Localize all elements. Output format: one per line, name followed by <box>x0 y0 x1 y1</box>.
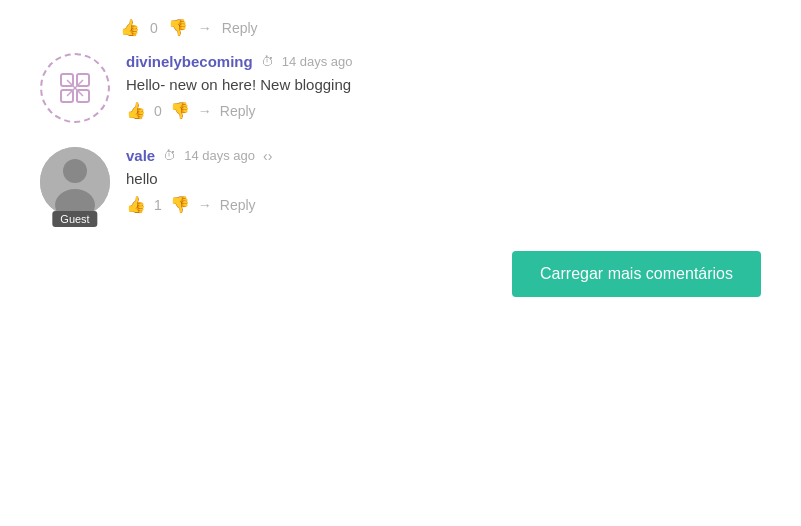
comment-text-1: Hello- new on here! New blogging <box>126 76 761 93</box>
avatar-pattern-icon <box>57 70 93 106</box>
person-silhouette-icon <box>40 147 110 217</box>
top-reply-button[interactable]: Reply <box>222 20 258 36</box>
reply-button-1[interactable]: Reply <box>220 103 256 119</box>
clock-icon-2: ⏱ <box>163 148 176 163</box>
comment-actions-1: 👍 0 👎 → Reply <box>126 101 761 120</box>
comment-meta-2: vale ⏱ 14 days ago ‹› <box>126 147 761 164</box>
time-ago-1: 14 days ago <box>282 54 353 69</box>
like-count-2: 1 <box>154 197 162 213</box>
reply-label-1: Reply <box>220 103 256 119</box>
top-reply-arrow-icon: → <box>198 20 212 36</box>
clock-icon-1: ⏱ <box>261 54 274 69</box>
comment-block-1: divinelybecoming ⏱ 14 days ago Hello- ne… <box>20 53 781 123</box>
load-more-container: Carregar mais comentários <box>20 241 781 307</box>
guest-badge: Guest <box>52 211 97 227</box>
comment-text-2: hello <box>126 170 761 187</box>
comment-content-1: divinelybecoming ⏱ 14 days ago Hello- ne… <box>126 53 761 120</box>
thumb-down-icon-2[interactable]: 👎 <box>170 195 190 214</box>
comment-actions-2: 👍 1 👎 → Reply <box>126 195 761 214</box>
avatar-1 <box>40 53 110 123</box>
comment-content-2: vale ⏱ 14 days ago ‹› hello 👍 1 👎 → Repl… <box>126 147 761 214</box>
avatar-wrapper-2: Guest <box>40 147 110 217</box>
reply-arrow-icon-2: → <box>198 197 212 213</box>
top-reply-label: Reply <box>222 20 258 36</box>
avatar-2 <box>40 147 110 217</box>
reply-arrow-icon-1: → <box>198 103 212 119</box>
reply-button-2[interactable]: Reply <box>220 197 256 213</box>
top-thumb-down-icon[interactable]: 👎 <box>168 18 188 37</box>
username-1: divinelybecoming <box>126 53 253 70</box>
thumb-up-icon-1[interactable]: 👍 <box>126 101 146 120</box>
thumb-up-icon-2[interactable]: 👍 <box>126 195 146 214</box>
thumb-down-icon-1[interactable]: 👎 <box>170 101 190 120</box>
reply-label-2: Reply <box>220 197 256 213</box>
svg-point-7 <box>63 159 87 183</box>
comment-block-2: Guest vale ⏱ 14 days ago ‹› hello 👍 1 👎 … <box>20 147 781 217</box>
like-count-1: 0 <box>154 103 162 119</box>
share-icon-2[interactable]: ‹› <box>263 148 272 164</box>
load-more-button[interactable]: Carregar mais comentários <box>512 251 761 297</box>
comment-meta-1: divinelybecoming ⏱ 14 days ago <box>126 53 761 70</box>
time-ago-2: 14 days ago <box>184 148 255 163</box>
top-thumb-up-icon[interactable]: 👍 <box>120 18 140 37</box>
username-2: vale <box>126 147 155 164</box>
top-actions-bar: 👍 0 👎 → Reply <box>20 10 781 53</box>
top-like-count: 0 <box>150 20 158 36</box>
